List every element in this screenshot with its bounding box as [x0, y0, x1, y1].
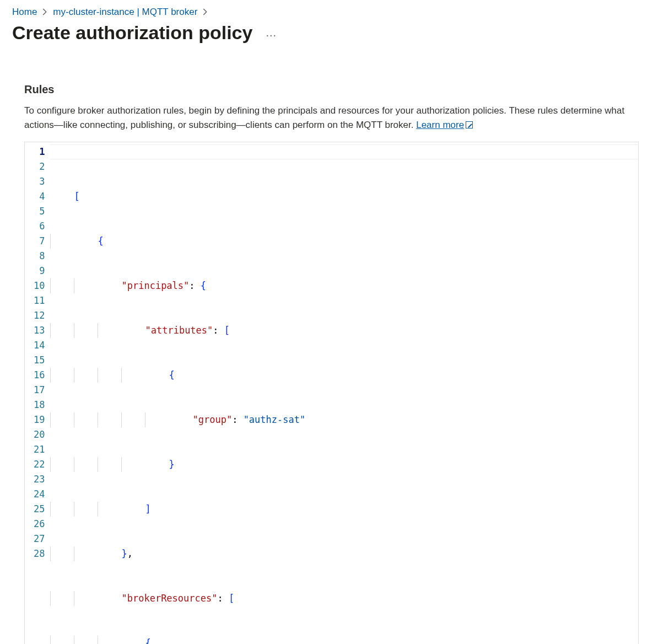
- page-title: Create authorization policy: [12, 22, 252, 44]
- breadcrumb-cluster[interactable]: my-cluster-instance | MQTT broker: [53, 7, 197, 18]
- breadcrumb: Home my-cluster-instance | MQTT broker: [12, 7, 641, 18]
- chevron-right-icon: [203, 8, 208, 17]
- learn-more-link[interactable]: Learn more: [416, 120, 473, 130]
- breadcrumb-home[interactable]: Home: [12, 7, 37, 18]
- more-icon[interactable]: ···: [266, 26, 277, 40]
- rules-section: Rules To configure broker authorization …: [12, 83, 641, 644]
- rules-description-text: To configure broker authorization rules,…: [24, 105, 624, 130]
- chevron-right-icon: [42, 8, 47, 17]
- editor-gutter: 1 23456789 10111213141516171819 20212223…: [25, 142, 50, 644]
- json-editor[interactable]: 1 23456789 10111213141516171819 20212223…: [24, 142, 639, 644]
- editor-code[interactable]: [ { "principals": { "attributes": [ { "g…: [50, 142, 638, 644]
- rules-description: To configure broker authorization rules,…: [24, 104, 639, 132]
- rules-heading: Rules: [24, 83, 639, 96]
- external-link-icon: [466, 121, 473, 128]
